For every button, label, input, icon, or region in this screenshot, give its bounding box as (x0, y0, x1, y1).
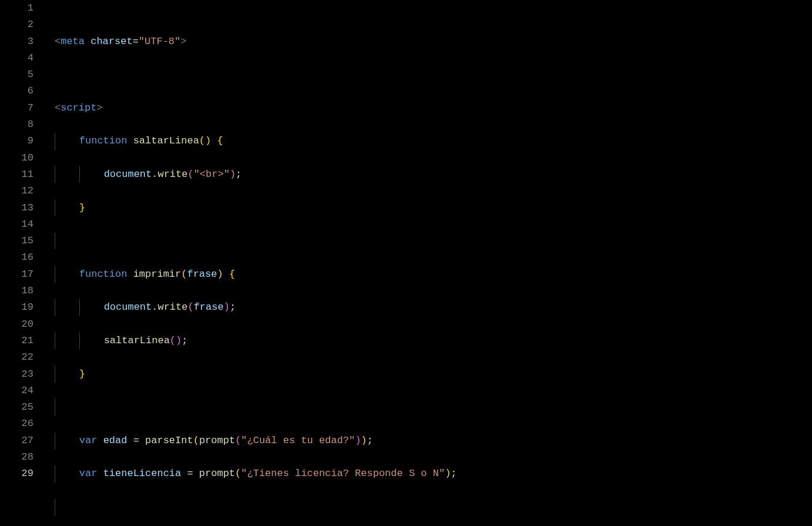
variable: tieneLicencia (103, 468, 182, 479)
code-line[interactable]: <script> (55, 100, 812, 116)
line-number-gutter: 1234567891011121314151617181920212223242… (0, 0, 44, 526)
code-line[interactable] (55, 66, 812, 83)
string: "UTF-8" (139, 36, 180, 47)
line-number[interactable]: 14 (0, 216, 33, 233)
tag-name: script (61, 102, 96, 113)
function-name: saltarLinea (133, 135, 199, 146)
line-number[interactable]: 7 (0, 100, 33, 116)
string: "<br>" (194, 169, 230, 180)
line-number[interactable]: 4 (0, 50, 33, 66)
code-line[interactable]: } (55, 366, 812, 383)
line-number[interactable]: 16 (0, 249, 33, 266)
keyword: var (79, 468, 98, 479)
line-number[interactable]: 13 (0, 200, 33, 216)
code-line[interactable]: function saltarLinea() { (55, 133, 812, 149)
line-number[interactable]: 20 (0, 316, 33, 333)
line-number[interactable]: 24 (0, 383, 33, 399)
function-call: prompt (199, 468, 235, 479)
line-number[interactable]: 21 (0, 333, 33, 349)
line-number[interactable]: 22 (0, 349, 33, 366)
line-number[interactable]: 10 (0, 150, 33, 166)
line-number[interactable]: 6 (0, 83, 33, 99)
code-line[interactable]: var edad = parseInt(prompt("¿Cuál es tu … (55, 433, 812, 449)
tag-bracket: > (180, 36, 186, 47)
method: write (157, 301, 187, 313)
tag-bracket: < (55, 36, 61, 47)
code-area[interactable]: <meta charset="UTF-8"> <script> function… (44, 0, 812, 526)
string: "¿Cuál es tu edad?" (241, 435, 355, 446)
code-line[interactable]: document.write("<br>"); (55, 166, 812, 183)
keyword: var (79, 435, 98, 446)
line-number[interactable]: 25 (0, 399, 33, 416)
string: "¿Tienes licencia? Responde S o N" (241, 468, 445, 479)
line-number[interactable]: 29 (0, 465, 33, 482)
code-line[interactable]: var tieneLicencia = prompt("¿Tienes lice… (55, 465, 812, 482)
param: frase (187, 269, 217, 280)
object: document (104, 301, 152, 313)
function-call: parseInt (145, 435, 193, 446)
function-name: imprimir (133, 269, 182, 280)
line-number[interactable]: 12 (0, 183, 33, 199)
object: document (104, 169, 152, 180)
code-line[interactable]: function imprimir(frase) { (55, 266, 812, 283)
method: write (157, 169, 187, 180)
tag-bracket: < (55, 102, 61, 113)
line-number[interactable]: 23 (0, 366, 33, 383)
code-line[interactable]: <meta charset="UTF-8"> (55, 33, 812, 50)
line-number[interactable]: 2 (0, 16, 33, 33)
line-number[interactable]: 19 (0, 299, 33, 316)
line-number[interactable]: 3 (0, 33, 33, 50)
line-number[interactable]: 18 (0, 283, 33, 299)
code-line[interactable]: saltarLinea(); (55, 333, 812, 349)
function-call: prompt (199, 435, 235, 446)
line-number[interactable]: 28 (0, 449, 33, 465)
line-number[interactable]: 26 (0, 416, 33, 432)
variable: edad (103, 435, 127, 446)
variable: frase (194, 301, 224, 313)
attr-name: charset (90, 36, 132, 47)
line-number[interactable]: 27 (0, 433, 33, 449)
line-number[interactable]: 5 (0, 66, 33, 83)
keyword: function (79, 269, 127, 280)
line-number[interactable]: 11 (0, 166, 33, 183)
code-line[interactable]: } (55, 200, 812, 216)
tag-bracket: > (96, 102, 102, 113)
code-line[interactable]: document.write(frase); (55, 299, 812, 316)
line-number[interactable]: 1 (0, 0, 33, 16)
code-line[interactable] (55, 499, 812, 515)
code-line[interactable] (55, 399, 812, 416)
line-number[interactable]: 8 (0, 116, 33, 133)
function-call: saltarLinea (104, 335, 170, 346)
line-number[interactable]: 15 (0, 233, 33, 249)
tag-name: meta (61, 36, 85, 47)
code-line[interactable] (55, 233, 812, 249)
line-number[interactable]: 9 (0, 133, 33, 149)
code-editor[interactable]: 1234567891011121314151617181920212223242… (0, 0, 812, 526)
keyword: function (79, 135, 127, 146)
line-number[interactable]: 17 (0, 266, 33, 283)
